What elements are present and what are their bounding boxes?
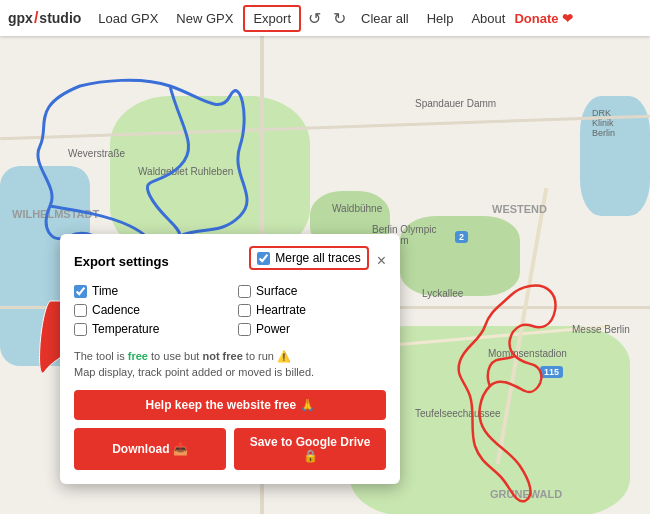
highway-badge2: 2 (455, 231, 468, 243)
merge-checkbox[interactable] (257, 252, 270, 265)
time-label: Time (92, 284, 118, 298)
logo-slash-icon: / (34, 9, 38, 27)
free-text: free (128, 350, 148, 362)
heartrate-label: Heartrate (256, 303, 306, 317)
gpx-trace-red (430, 266, 630, 506)
label-waldbuehne: Waldbühne (332, 203, 382, 214)
navbar: gpx / studio Load GPX New GPX Export ↺ ↻… (0, 0, 650, 36)
checkbox-time: Time (74, 284, 222, 298)
label-drk: DRKKlinikBerlin (592, 108, 615, 138)
time-checkbox[interactable] (74, 285, 87, 298)
checkbox-temperature: Temperature (74, 322, 222, 336)
temperature-label: Temperature (92, 322, 159, 336)
export-panel: Export settings Merge all traces × Time … (60, 234, 400, 484)
load-gpx-button[interactable]: Load GPX (90, 7, 166, 30)
surface-label: Surface (256, 284, 297, 298)
clear-all-button[interactable]: Clear all (353, 7, 417, 30)
checkbox-power: Power (238, 322, 386, 336)
logo-gpx: gpx (8, 10, 33, 26)
help-button[interactable]: Help (419, 7, 462, 30)
merge-label: Merge all traces (275, 251, 360, 265)
free-notice: The tool is free to use but not free to … (74, 349, 386, 380)
new-gpx-button[interactable]: New GPX (168, 7, 241, 30)
donate-button[interactable]: Donate ❤ (514, 11, 573, 26)
export-button[interactable]: Export (243, 5, 301, 32)
panel-checkboxes: Time Cadence Temperature Surface Heartra… (74, 284, 386, 341)
about-button[interactable]: About (463, 7, 513, 30)
help-keep-button[interactable]: Help keep the website free 🙏 (74, 390, 386, 420)
save-google-drive-button[interactable]: Save to Google Drive 🔒 (234, 428, 386, 470)
logo: gpx / studio (8, 9, 81, 27)
undo-button[interactable]: ↺ (302, 5, 327, 32)
panel-col-left: Time Cadence Temperature (74, 284, 222, 341)
logo-studio: studio (39, 10, 81, 26)
panel-header: Export settings Merge all traces × (74, 246, 386, 276)
surface-checkbox[interactable] (238, 285, 251, 298)
checkbox-surface: Surface (238, 284, 386, 298)
heartrate-checkbox[interactable] (238, 304, 251, 317)
power-checkbox[interactable] (238, 323, 251, 336)
action-buttons: Download 📥 Save to Google Drive 🔒 (74, 428, 386, 470)
label-spandauer: Spandauer Damm (415, 98, 496, 109)
download-button[interactable]: Download 📥 (74, 428, 226, 470)
panel-close-button[interactable]: × (377, 253, 386, 269)
panel-title: Export settings (74, 254, 169, 269)
label-westend: WESTEND (492, 203, 547, 215)
redo-button[interactable]: ↻ (327, 5, 352, 32)
heart-icon: ❤ (562, 11, 573, 26)
power-label: Power (256, 322, 290, 336)
not-free-text: not free (202, 350, 242, 362)
checkbox-heartrate: Heartrate (238, 303, 386, 317)
temperature-checkbox[interactable] (74, 323, 87, 336)
cadence-label: Cadence (92, 303, 140, 317)
panel-col-right: Surface Heartrate Power (238, 284, 386, 341)
cadence-checkbox[interactable] (74, 304, 87, 317)
merge-row: Merge all traces (249, 246, 368, 270)
checkbox-cadence: Cadence (74, 303, 222, 317)
